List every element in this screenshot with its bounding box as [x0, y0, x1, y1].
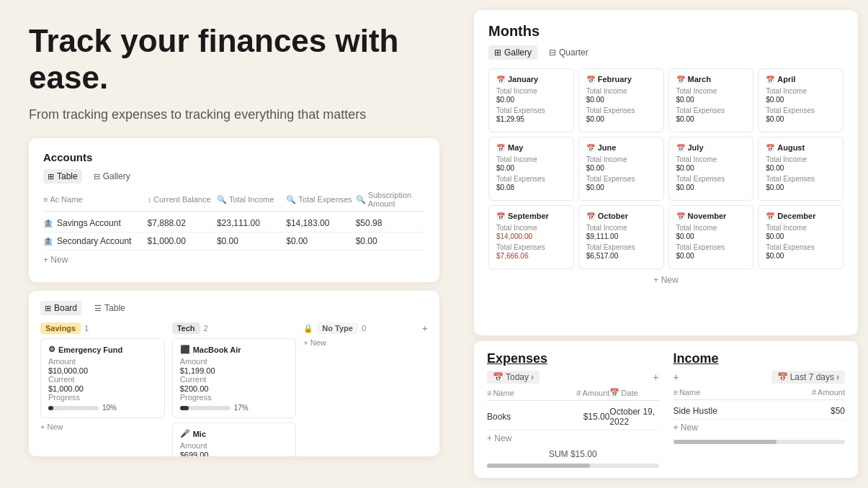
left-section: Track your finances with ease. From trac… [0, 0, 468, 488]
month-august[interactable]: 📅 August Total Income $0.00 Total Expens… [758, 137, 844, 201]
month-december[interactable]: 📅 December Total Income $0.00 Total Expe… [758, 205, 844, 269]
income-period-filter[interactable]: 📅 Last 7 days › [771, 371, 845, 384]
tech-col-header: Tech 2 [172, 322, 297, 334]
months-card: Months ⊞ Gallery ⊟ Quarter 📅 January Tot… [474, 10, 858, 335]
row2-subscription: $0.00 [356, 236, 425, 246]
calendar-filter-icon-income: 📅 [777, 372, 788, 382]
months-grid: 📅 January Total Income $0.00 Total Expen… [488, 68, 844, 269]
month-february[interactable]: 📅 February Total Income $0.00 Total Expe… [578, 68, 664, 132]
plus-icon-savings: + [40, 423, 45, 431]
month-april[interactable]: 📅 April Total Income $0.00 Total Expense… [758, 68, 844, 132]
gallery-icon: ⊟ [94, 172, 100, 181]
calendar-icon-dec: 📅 [766, 212, 774, 220]
expenses-today-filter[interactable]: 📅 Today › [487, 371, 540, 384]
notype-col-header: 🔒 No Type 0 + [303, 322, 428, 334]
months-tab-gallery[interactable]: ⊞ Gallery [488, 45, 537, 60]
inc-col-amount: # Amount [777, 388, 845, 397]
expenses-scrollbar[interactable] [487, 464, 659, 468]
expenses-title: Expenses [487, 351, 659, 366]
accounts-tab-gallery[interactable]: ⊟ Gallery [89, 169, 135, 184]
income-scrollbar[interactable] [674, 440, 846, 444]
notype-tag: No Type [317, 322, 358, 334]
table-row[interactable]: 🏦 Savings Account $7,888.02 $23,111.00 $… [43, 214, 425, 232]
plus-icon-notype[interactable]: + [422, 322, 428, 334]
bank-icon-2: 🏦 [43, 237, 53, 246]
savings-new-button[interactable]: + New [40, 423, 165, 431]
august-name: 📅 August [766, 143, 836, 152]
tech-tag: Tech [172, 322, 200, 334]
savings-count: 1 [84, 324, 89, 333]
books-date: October 19, 2022 [609, 407, 658, 427]
row2-expenses: $0.00 [286, 236, 355, 246]
mic-amount-value: $699.00 [180, 451, 289, 456]
february-name: 📅 February [586, 75, 656, 83]
mic-icon: 🎤 [180, 429, 190, 438]
mb-progress-label: Progress [180, 393, 289, 402]
accounts-tab-table-label: Table [57, 171, 78, 181]
months-tab-quarter[interactable]: ⊟ Quarter [543, 45, 594, 60]
tech-count: 2 [204, 324, 208, 333]
board-tab-table[interactable]: ☰ Table [90, 301, 130, 315]
accounts-new-button[interactable]: + New [43, 250, 425, 269]
board-tab-board-label: Board [54, 303, 77, 313]
month-july[interactable]: 📅 July Total Income $0.00 Total Expenses… [668, 137, 754, 201]
mb-progress-bg [180, 406, 231, 410]
month-january[interactable]: 📅 January Total Income $0.00 Total Expen… [488, 68, 574, 132]
income-new-button[interactable]: + New [674, 420, 846, 435]
notype-new-button[interactable]: + New [303, 338, 428, 347]
months-new-button[interactable]: + New [488, 275, 844, 285]
board-col-savings: Savings 1 ⚙ Emergency Fund Amount $10,00… [40, 322, 165, 456]
savings-col-header: Savings 1 [40, 322, 165, 334]
board-item-mic[interactable]: 🎤 Mic Amount $699.00 [172, 423, 297, 456]
expenses-new-button[interactable]: + New [487, 430, 659, 446]
row2-name: 🏦 Secondary Account [43, 236, 148, 246]
board-item-emergency-fund[interactable]: ⚙ Emergency Fund Amount $10,000.00 Curre… [40, 338, 165, 418]
board-columns: Savings 1 ⚙ Emergency Fund Amount $10,00… [40, 322, 428, 456]
col-income: 🔍 Total Income [217, 191, 286, 208]
board-item-macbook[interactable]: ⬛ MacBook Air Amount $1,199.00 Current $… [172, 338, 297, 418]
month-september[interactable]: 📅 September Total Income $14,000.00 Tota… [488, 205, 574, 269]
row1-subscription: $50.98 [356, 218, 425, 228]
income-section: Income + 📅 Last 7 days › ≡ Name # Amount… [674, 351, 846, 468]
mic-amount-label: Amount [180, 441, 289, 450]
month-october[interactable]: 📅 October Total Income $9,111.00 Total E… [578, 205, 664, 269]
accounts-view-tabs: ⊞ Table ⊟ Gallery [43, 169, 425, 184]
expenses-filter-label: Today [506, 372, 529, 382]
chevron-icon-income: › [836, 372, 839, 382]
june-name: 📅 June [586, 143, 656, 152]
expenses-add-filter[interactable]: + [653, 371, 658, 383]
ef-amount-label: Amount [48, 357, 157, 366]
search-icon-3: 🔍 [356, 195, 366, 204]
accounts-tab-table[interactable]: ⊞ Table [43, 169, 82, 184]
board-icon: ⊞ [45, 304, 51, 313]
savings-tag: Savings [40, 322, 81, 334]
laptop-icon: ⬛ [180, 345, 190, 354]
search-icon-1: 🔍 [217, 195, 227, 204]
expense-row-books[interactable]: Books $15.00 October 19, 2022 [487, 404, 659, 430]
income-add-filter[interactable]: + [674, 371, 679, 383]
mb-amount-value: $1,199.00 [180, 366, 289, 375]
expenses-filter-row: 📅 Today › + [487, 371, 659, 384]
income-row-sidehustle[interactable]: Side Hustle $50 [674, 403, 846, 420]
sort-icon: ↕ [148, 195, 152, 204]
table-row[interactable]: 🏦 Secondary Account $1,000.00 $0.00 $0.0… [43, 232, 425, 250]
months-title: Months [488, 23, 844, 40]
bottom-right-panel: Expenses 📅 Today › + ≡ Name # Amount 📅 D… [474, 341, 858, 478]
mb-current-value: $200.00 [180, 384, 289, 393]
board-card: ⊞ Board ☰ Table Savings 1 ⚙ [29, 291, 439, 456]
row1-balance: $7,888.02 [148, 218, 217, 228]
board-tab-board[interactable]: ⊞ Board [40, 301, 81, 315]
books-amount: $15.00 [560, 412, 609, 422]
month-march[interactable]: 📅 March Total Income $0.00 Total Expense… [668, 68, 754, 132]
exp-col-amount: # Amount [560, 389, 609, 397]
month-may[interactable]: 📅 May Total Income $0.00 Total Expenses … [488, 137, 574, 201]
col-name: ≡ Ac Name [43, 191, 148, 208]
month-june[interactable]: 📅 June Total Income $0.00 Total Expenses… [578, 137, 664, 201]
calendar-filter-icon: 📅 [493, 372, 504, 382]
board-view-tabs: ⊞ Board ☰ Table [40, 301, 428, 315]
ef-current-value: $1,000.00 [48, 384, 157, 393]
col-expenses: 🔍 Total Expenses [286, 191, 355, 208]
calendar-icon-feb: 📅 [586, 76, 595, 83]
row2-balance: $1,000.00 [148, 236, 217, 246]
month-november[interactable]: 📅 November Total Income $0.00 Total Expe… [668, 205, 754, 269]
